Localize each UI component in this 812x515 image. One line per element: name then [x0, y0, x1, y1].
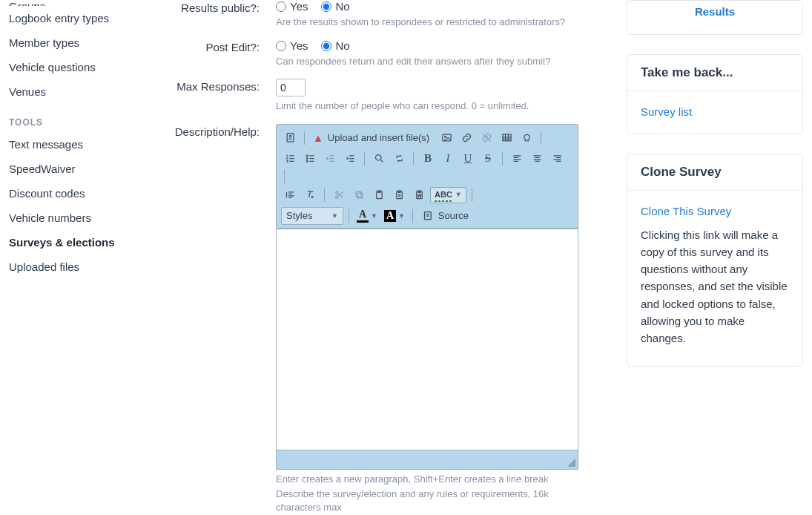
source-button[interactable]: Source — [418, 207, 473, 225]
help-results-public: Are the results shown to respondees or r… — [276, 16, 580, 29]
radio-post-edit-yes[interactable]: Yes — [276, 39, 308, 52]
rich-text-editor: ▲ Upload and insert file(s) — [276, 124, 578, 470]
unlink-icon[interactable] — [478, 129, 495, 147]
card-clone-survey: Clone Survey Clone This Survey Clicking … — [627, 154, 803, 367]
sidebar-item-discount-codes[interactable]: Discount codes — [9, 181, 125, 206]
svg-point-3 — [444, 136, 446, 137]
row-max-responses: Max Responses: Limit the number of peopl… — [150, 79, 610, 113]
right-column: Results Take me back... Survey list Clon… — [627, 0, 812, 515]
bulleted-list-icon[interactable] — [301, 150, 319, 168]
clone-this-survey-link[interactable]: Clone This Survey — [641, 205, 731, 217]
sidebar-item-uploaded-files[interactable]: Uploaded files — [9, 255, 125, 279]
bold-icon[interactable]: B — [419, 150, 437, 168]
svg-point-9 — [335, 196, 337, 198]
sidebar-item-text-messages[interactable]: Text messages — [9, 132, 125, 157]
card-results: Results — [627, 0, 803, 35]
help-description-1: Enter creates a new paragraph, Shift+Ent… — [276, 473, 580, 486]
main-content: Results public?: Yes No Are the results … — [133, 0, 627, 515]
numbered-list-icon[interactable] — [281, 150, 299, 168]
card-title-take-me-back: Take me back... — [627, 55, 802, 91]
outdent-icon[interactable] — [321, 150, 339, 168]
radio-results-public-no[interactable]: No — [321, 0, 349, 13]
svg-rect-12 — [356, 191, 361, 197]
blockquote-icon[interactable] — [281, 186, 299, 204]
align-center-icon[interactable] — [528, 150, 546, 168]
svg-rect-11 — [357, 193, 363, 198]
row-description: Description/Help: ▲ Upload and insert fi… — [150, 124, 610, 515]
link-icon[interactable] — [458, 129, 475, 147]
text-color-button[interactable]: A▼ — [354, 207, 380, 225]
help-description-2: Describe the survey/election and any rul… — [276, 488, 580, 514]
help-post-edit: Can respondees return and edit their ans… — [276, 55, 580, 68]
copy-icon[interactable] — [350, 186, 368, 204]
underline-icon[interactable]: U — [459, 150, 477, 168]
upload-icon: ▲ — [313, 133, 323, 143]
card-title-clone-survey: Clone Survey — [627, 154, 802, 191]
cut-icon[interactable] — [330, 186, 348, 204]
special-char-icon[interactable] — [518, 129, 535, 147]
svg-point-10 — [335, 191, 337, 194]
svg-point-5 — [306, 155, 308, 157]
paste-text-icon[interactable] — [390, 186, 408, 204]
sidebar-item-vehicle-questions[interactable]: Vehicle questions — [9, 55, 125, 79]
results-link[interactable]: Results — [641, 2, 789, 21]
svg-point-6 — [306, 158, 308, 160]
label-max-responses: Max Responses: — [150, 79, 276, 93]
sidebar-item-venues[interactable]: Venues — [9, 79, 125, 104]
row-post-edit: Post Edit?: Yes No Can respondees return… — [150, 39, 610, 68]
italic-icon[interactable]: I — [439, 150, 457, 168]
row-results-public: Results public?: Yes No Are the results … — [150, 0, 610, 29]
card-take-me-back: Take me back... Survey list — [627, 54, 803, 134]
replace-icon[interactable] — [390, 150, 408, 168]
styles-dropdown[interactable]: Styles ▼ — [281, 207, 343, 225]
editor-toolbar: ▲ Upload and insert file(s) — [277, 125, 578, 229]
sidebar-item-groups[interactable]: Groups — [9, 0, 125, 6]
label-post-edit: Post Edit?: — [150, 39, 276, 53]
indent-icon[interactable] — [341, 150, 359, 168]
label-results-public: Results public?: — [150, 0, 276, 14]
input-max-responses[interactable] — [276, 79, 306, 96]
image-icon[interactable] — [438, 129, 455, 147]
find-icon[interactable] — [370, 150, 388, 168]
sidebar-item-speedwaiver[interactable]: SpeedWaiver — [9, 157, 125, 181]
svg-point-1 — [289, 135, 291, 137]
paste-word-icon[interactable] — [410, 186, 428, 204]
radio-results-public-yes[interactable]: Yes — [276, 0, 308, 13]
background-color-button[interactable]: A▼ — [382, 207, 407, 225]
remove-format-icon[interactable] — [301, 186, 319, 204]
preview-icon[interactable] — [281, 129, 299, 147]
clone-survey-description: Clicking this link will make a copy of t… — [641, 226, 789, 347]
label-description: Description/Help: — [150, 124, 276, 138]
survey-list-link[interactable]: Survey list — [641, 105, 692, 118]
strikethrough-icon[interactable]: S — [479, 150, 497, 168]
editor-resize-handle[interactable] — [277, 450, 578, 469]
upload-insert-files[interactable]: ▲ Upload and insert file(s) — [310, 129, 435, 147]
svg-point-7 — [306, 160, 308, 162]
sidebar-item-member-types[interactable]: Member types — [9, 30, 125, 55]
sidebar-item-surveys-elections[interactable]: Surveys & elections — [9, 230, 125, 255]
sidebar-item-vehicle-numbers[interactable]: Vehicle numbers — [9, 206, 125, 230]
editor-content-area[interactable] — [277, 229, 578, 450]
paste-icon[interactable] — [370, 186, 388, 204]
svg-rect-2 — [443, 134, 451, 141]
svg-point-8 — [375, 155, 381, 161]
spellcheck-button[interactable]: ABC ▼ — [430, 187, 466, 203]
sidebar: Groups Logbook entry types Member types … — [0, 0, 133, 515]
sidebar-item-logbook-entry-types[interactable]: Logbook entry types — [9, 6, 125, 30]
radio-post-edit-no[interactable]: No — [321, 39, 349, 52]
align-right-icon[interactable] — [548, 150, 566, 168]
align-left-icon[interactable] — [508, 150, 526, 168]
sidebar-section-tools: TOOLS — [9, 104, 125, 132]
table-icon[interactable] — [498, 129, 515, 147]
help-max-responses: Limit the number of people who can respo… — [276, 99, 580, 113]
